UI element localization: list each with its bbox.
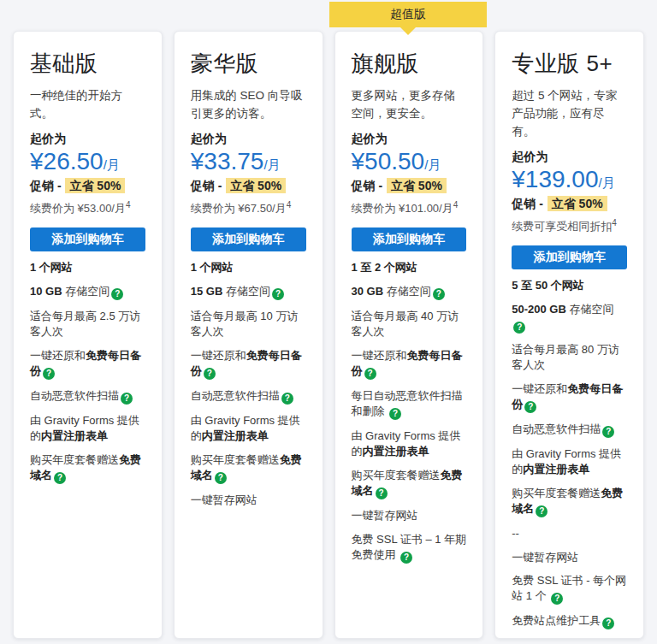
feature-text: 购买年度套餐赠送 — [191, 453, 280, 466]
feature-item: 适合每月最高 2.5 万访客人次 — [30, 309, 145, 340]
add-to-cart-button-3[interactable]: 添加到购物车 — [352, 227, 467, 251]
renewal-text: 续费可享受相同折扣 — [512, 220, 612, 233]
badge-slot — [494, 2, 644, 27]
feature-text: 一键暂存网站 — [352, 509, 418, 522]
promo-line: 促销 - 立省 50% — [191, 179, 306, 194]
feature-text: 每日自动恶意软件扫描和删除 — [352, 389, 463, 417]
plan-description: 更多网站，更多存储空间，更安全。 — [352, 87, 467, 123]
feature-item: 由 Gravity Forms 提供的内置注册表单 — [512, 446, 627, 477]
feature-item: 免费 SSL 证书 - 每个网站 1 个 ? — [512, 573, 627, 605]
help-icon[interactable]: ? — [364, 368, 376, 380]
feature-item: 购买年度套餐赠送免费域名? — [30, 452, 145, 484]
feature-text: 存储空间 — [383, 285, 431, 298]
help-icon[interactable]: ? — [400, 552, 412, 564]
feature-list: 1 至 2 个网站30 GB 存储空间?适合每月最高 40 万访客人次一键还原和… — [352, 260, 467, 563]
help-icon[interactable]: ? — [111, 288, 123, 300]
feature-item: 一键暂存网站 — [191, 493, 306, 508]
feature-text: 一键还原和 — [352, 349, 407, 362]
feature-item: 1 个网站 — [30, 260, 145, 275]
price-per-month: /月 — [104, 157, 120, 172]
feature-item: 自动恶意软件扫描? — [191, 388, 306, 405]
help-icon[interactable]: ? — [204, 368, 216, 380]
price-per-month: /月 — [424, 157, 441, 172]
feature-text-bold: 内置注册表单 — [41, 429, 108, 442]
badge-slot — [174, 2, 323, 27]
feature-text-bold: 50-200 GB — [512, 303, 566, 316]
price-label: 起价为 — [191, 132, 306, 147]
help-icon[interactable]: ? — [43, 368, 55, 380]
feature-item: 由 Gravity Forms 提供的内置注册表单 — [191, 413, 306, 444]
feature-text: 一键暂存网站 — [512, 551, 578, 564]
feature-text-bold: 1 至 2 个网站 — [352, 261, 417, 274]
feature-text: 适合每月最高 10 万访客人次 — [191, 310, 299, 338]
feature-item: 15 GB 存储空间? — [191, 284, 306, 300]
feature-text-bold: 15 GB — [191, 285, 223, 298]
renewal-text: 续费价为 ¥67.50/月 — [191, 202, 287, 215]
badge-slot: 超值版 — [334, 2, 484, 27]
plan-description: 超过 5 个网站，专家产品功能，应有尽有。 — [512, 87, 627, 141]
add-to-cart-button-1[interactable]: 添加到购物车 — [30, 227, 145, 251]
feature-text: 存储空间 — [566, 303, 614, 316]
feature-text: 存储空间 — [222, 285, 270, 298]
feature-item: 自动恶意软件扫描? — [30, 388, 145, 405]
plan-card: 豪华版 用集成的 SEO 向导吸引更多的访客。 起价为 ¥33.75/月 促销 … — [174, 31, 323, 639]
feature-text: 一键还原和 — [512, 382, 567, 395]
help-icon[interactable]: ? — [536, 505, 548, 517]
price-label: 起价为 — [512, 150, 627, 165]
feature-text: 一键暂存网站 — [191, 493, 257, 506]
add-to-cart-button-4[interactable]: 添加到购物车 — [512, 245, 627, 269]
price-per-month: /月 — [598, 175, 614, 190]
promo-line: 促销 - 立省 50% — [512, 197, 627, 212]
badge-label: 超值版 — [390, 7, 426, 22]
help-icon[interactable]: ? — [54, 472, 66, 484]
help-icon[interactable]: ? — [551, 593, 563, 605]
feature-text: 购买年度套餐赠送 — [30, 453, 119, 466]
help-icon[interactable]: ? — [433, 288, 445, 300]
feature-text-bold: 1 个网站 — [191, 261, 234, 274]
price-amount: ¥26.50 — [30, 148, 104, 174]
plan-name: 专业版 5+ — [512, 49, 627, 79]
feature-item: 10 GB 存储空间? — [30, 284, 145, 300]
feature-text: 购买年度套餐赠送 — [352, 469, 441, 482]
promo-highlight: 立省 50% — [387, 178, 447, 193]
feature-item: 一键还原和免费每日备份? — [512, 381, 627, 413]
renewal-note: 续费价为 ¥53.00/月4 — [30, 200, 145, 216]
plan-card: 旗舰版 更多网站，更多存储空间，更安全。 起价为 ¥50.50/月 促销 - 立… — [334, 31, 484, 639]
promo-line: 促销 - 立省 50% — [352, 179, 467, 194]
help-icon[interactable]: ? — [524, 401, 536, 413]
help-icon[interactable]: ? — [215, 472, 227, 484]
feature-item: 购买年度套餐赠送免费域名? — [191, 452, 306, 484]
help-icon[interactable]: ? — [602, 617, 614, 629]
add-to-cart-button-2[interactable]: 添加到购物车 — [191, 227, 306, 251]
help-icon[interactable]: ? — [281, 393, 293, 405]
feature-text-bold: 内置注册表单 — [363, 445, 429, 458]
help-icon[interactable]: ? — [376, 487, 388, 499]
feature-text-bold: 1 个网站 — [30, 261, 73, 274]
feature-text: 购买年度套餐赠送 — [512, 487, 601, 499]
feature-text-bold: 10 GB — [30, 285, 62, 298]
feature-text: 自动恶意软件扫描 — [512, 422, 601, 435]
feature-item: 实时性能和正常运行时间监控? — [512, 638, 627, 639]
help-icon[interactable]: ? — [602, 426, 614, 438]
renewal-text: 续费价为 ¥53.00/月 — [30, 202, 126, 215]
feature-item: 自动恶意软件扫描? — [512, 422, 627, 438]
renewal-footnote-marker: 4 — [126, 200, 131, 210]
feature-item: 一键暂存网站 — [512, 550, 627, 565]
help-icon[interactable]: ? — [121, 393, 133, 405]
promo-highlight: 立省 50% — [548, 196, 607, 211]
feature-item: 1 至 2 个网站 — [352, 260, 467, 275]
feature-item: 一键还原和免费每日备份? — [30, 348, 145, 380]
price-line: ¥139.00/月 — [512, 166, 627, 193]
help-icon[interactable]: ? — [513, 322, 525, 334]
plan-card: 基础版 一种绝佳的开始方式。 起价为 ¥26.50/月 促销 - 立省 50% … — [13, 31, 163, 639]
feature-item: 免费 SSL 证书 – 1 年期免费使用 ? — [352, 532, 467, 564]
price-label: 起价为 — [30, 132, 145, 147]
help-icon[interactable]: ? — [389, 408, 401, 420]
plan-name: 豪华版 — [191, 49, 306, 79]
help-icon[interactable]: ? — [272, 288, 284, 300]
feature-text: 自动恶意软件扫描 — [30, 389, 119, 402]
feature-item: 购买年度套餐赠送免费域名? — [512, 486, 627, 517]
badge-arrow-icon — [400, 27, 416, 35]
price-amount: ¥50.50 — [352, 148, 425, 174]
price-amount: ¥33.75 — [191, 148, 264, 174]
